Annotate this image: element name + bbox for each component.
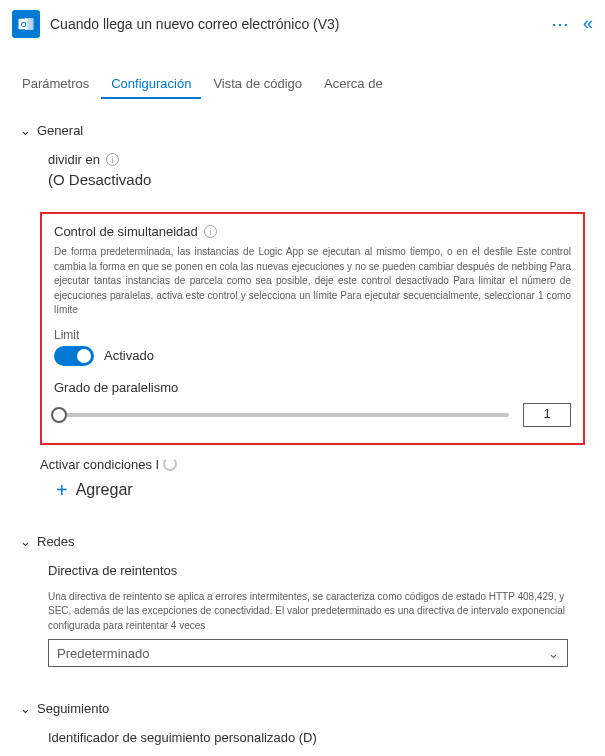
more-icon[interactable]: ⋯ bbox=[551, 13, 569, 35]
concurrency-description: De forma predeterminada, las instancias … bbox=[54, 245, 571, 318]
tracking-id-label: Identificador de seguimiento personaliza… bbox=[48, 730, 585, 745]
limit-toggle[interactable] bbox=[54, 346, 94, 366]
trigger-title: Cuando llega un nuevo correo electrónico… bbox=[50, 16, 541, 32]
split-on-value: (O Desactivado bbox=[48, 171, 585, 188]
chevron-down-icon: ⌄ bbox=[20, 534, 31, 549]
tab-parametros[interactable]: Parámetros bbox=[12, 68, 99, 99]
loading-spinner-icon bbox=[163, 457, 177, 471]
retry-policy-label: Directiva de reintentos bbox=[48, 563, 585, 578]
panel-header: O Cuando llega un nuevo correo electróni… bbox=[0, 0, 605, 48]
add-button[interactable]: + Agregar bbox=[56, 480, 605, 500]
parallelism-value[interactable]: 1 bbox=[523, 403, 571, 427]
chevron-down-icon: ⌄ bbox=[20, 123, 31, 138]
retry-policy-selected: Predeterminado bbox=[57, 646, 150, 661]
plus-icon: + bbox=[56, 480, 68, 500]
split-on-label: dividir en i bbox=[48, 152, 585, 167]
parallelism-slider[interactable] bbox=[54, 413, 509, 417]
tab-acerca-de[interactable]: Acerca de bbox=[314, 68, 393, 99]
section-general-title: General bbox=[37, 123, 83, 138]
section-redes-title: Redes bbox=[37, 534, 75, 549]
tab-bar: Parámetros Configuración Vista de código… bbox=[0, 68, 605, 99]
retry-policy-description: Una directiva de reintento se aplica a e… bbox=[48, 590, 585, 634]
concurrency-title-row: Control de simultaneidad i bbox=[54, 224, 571, 239]
info-icon[interactable]: i bbox=[204, 225, 217, 238]
limit-label: Limit bbox=[54, 328, 571, 342]
section-general-header[interactable]: ⌄ General bbox=[20, 123, 585, 138]
info-icon[interactable]: i bbox=[106, 153, 119, 166]
slider-thumb[interactable] bbox=[51, 407, 67, 423]
section-seguimiento-header[interactable]: ⌄ Seguimiento bbox=[20, 701, 585, 716]
tab-vista-codigo[interactable]: Vista de código bbox=[203, 68, 312, 99]
chevron-down-icon: ⌄ bbox=[20, 701, 31, 716]
outlook-icon: O bbox=[12, 10, 40, 38]
limit-toggle-state: Activado bbox=[104, 348, 154, 363]
svg-text:O: O bbox=[21, 20, 27, 29]
collapse-icon[interactable]: « bbox=[583, 13, 593, 35]
concurrency-title: Control de simultaneidad bbox=[54, 224, 198, 239]
section-redes-header[interactable]: ⌄ Redes bbox=[20, 534, 585, 549]
add-label: Agregar bbox=[76, 481, 133, 499]
tab-configuracion[interactable]: Configuración bbox=[101, 68, 201, 99]
section-seguimiento-title: Seguimiento bbox=[37, 701, 109, 716]
chevron-down-icon: ⌄ bbox=[548, 646, 559, 661]
retry-policy-select[interactable]: Predeterminado ⌄ bbox=[48, 639, 568, 667]
parallelism-label: Grado de paralelismo bbox=[54, 380, 571, 395]
trigger-conditions-row: Activar condiciones I bbox=[40, 457, 605, 472]
concurrency-highlight-box: Control de simultaneidad i De forma pred… bbox=[40, 212, 585, 445]
trigger-conditions-label: Activar condiciones I bbox=[40, 457, 159, 472]
